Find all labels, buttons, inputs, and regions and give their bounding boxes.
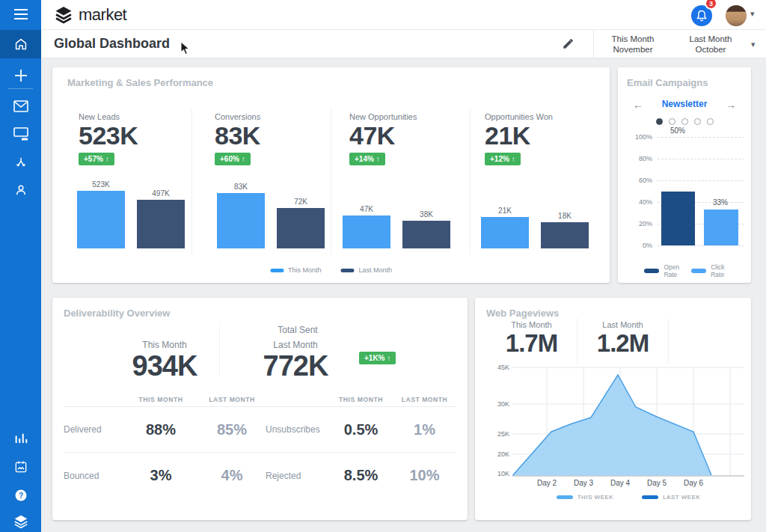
legend-last-week: LAST WEEK	[642, 494, 700, 501]
delta-badge: +57% ↑	[79, 153, 114, 165]
edit-dashboard-button[interactable]	[562, 37, 577, 52]
period-chevron-down-icon[interactable]: ▾	[751, 40, 756, 49]
home-icon	[13, 36, 29, 52]
app-logo: market	[53, 4, 126, 25]
kpi-conversions: Conversions 83K +60% ↑	[215, 112, 260, 165]
sent-last-month: Last Month 772K	[236, 340, 355, 382]
up-arrow-icon: ↑	[242, 155, 245, 163]
divider	[331, 108, 331, 254]
period-this-month[interactable]: This Month November	[594, 30, 672, 58]
split-test-icon	[13, 156, 28, 171]
email-bar-chart: 100% 80% 60% 40% 20% 0% 50% 33%	[624, 133, 745, 245]
period-last-month[interactable]: Last Month October	[672, 30, 750, 58]
sidebar-divider	[8, 88, 33, 89]
legend-last-month: Last Month	[341, 266, 393, 274]
legend-swatch	[270, 269, 284, 272]
legend-swatch	[557, 495, 573, 499]
kpi-opportunities-won: Opportunities Won 21K +12% ↑	[485, 112, 553, 165]
x-axis-labels: Day 2 Day 3 Day 4 Day 5 Day 6	[512, 479, 744, 488]
carousel-dot[interactable]	[707, 118, 714, 125]
up-arrow-icon: ↑	[512, 155, 515, 163]
card-email-campaigns: Email Campaigns ← Newsletter → 100% 80% …	[618, 67, 751, 283]
page-header: Global Dashboard This Month November Las…	[41, 30, 766, 58]
carousel-dot[interactable]	[694, 118, 701, 125]
legend-open-rate: OpenRate	[644, 263, 679, 278]
menu-icon[interactable]	[0, 0, 41, 28]
sidebar-item-home[interactable]	[0, 30, 41, 58]
legend-this-month: This Month	[270, 266, 322, 274]
svg-text:?: ?	[18, 492, 22, 500]
total-sent-label: Total Sent	[219, 325, 376, 335]
delta-badge: +1K% ↑	[359, 352, 396, 364]
bar-group-new-leads: 523K 497K	[77, 180, 185, 248]
plus-icon	[13, 68, 28, 83]
legend-swatch	[644, 269, 659, 273]
table-row: Bounced 3% 4% Rejected 8.5% 10%	[64, 453, 456, 498]
campaign-carousel: ← Newsletter →	[618, 99, 751, 112]
person-icon	[13, 183, 28, 198]
sidebar-item-layers[interactable]	[0, 507, 41, 532]
table-row: Delivered 88% 85% Unsubscribes 0.5% 1%	[64, 407, 456, 453]
sidebar-item-analytics[interactable]	[0, 424, 41, 452]
bar-last-month	[277, 208, 325, 248]
bar-last-month	[541, 222, 589, 248]
kpi-new-opportunities: New Opportunities 47K +14% ↑	[349, 112, 417, 165]
pageviews-summary: This Month 1.7M Last Month 1.2M	[486, 319, 669, 364]
up-arrow-icon: ↑	[387, 354, 390, 362]
pageviews-this-month: This Month 1.7M	[486, 319, 577, 364]
this-week-area	[512, 375, 711, 476]
bar-this-month	[343, 215, 390, 248]
card-title: Deliverability Overview	[64, 308, 170, 319]
page-title: Global Dashboard	[54, 36, 170, 52]
avatar[interactable]	[726, 5, 747, 26]
carousel-dot[interactable]	[669, 118, 675, 125]
chart-legend: THIS WEEK LAST WEEK	[512, 494, 744, 501]
card-marketing-sales-performance: Marketing & Sales Performance New Leads …	[52, 67, 610, 283]
sidebar-item-ab-test[interactable]	[0, 149, 41, 177]
card-title: Web Pageviews	[486, 308, 559, 319]
monitor-icon	[13, 127, 28, 141]
carousel-dot[interactable]	[656, 118, 663, 125]
bar-chart-icon	[13, 431, 28, 444]
bar-this-month	[77, 191, 125, 248]
bar-last-month	[137, 200, 185, 248]
divider	[192, 108, 192, 254]
carousel-next-icon[interactable]: →	[726, 99, 736, 111]
legend-swatch	[691, 269, 706, 273]
help-icon: ?	[13, 488, 28, 503]
pageviews-last-month: Last Month 1.2M	[577, 319, 669, 364]
card-title: Email Campaigns	[627, 77, 708, 88]
pencil-icon	[562, 37, 575, 50]
delta-badge: +12% ↑	[485, 153, 521, 165]
sidebar-item-add[interactable]	[0, 61, 41, 90]
bar-last-month	[402, 221, 450, 248]
card-deliverability-overview: Deliverability Overview Total Sent This …	[52, 298, 468, 520]
card-web-pageviews: Web Pageviews This Month 1.7M Last Month…	[475, 298, 751, 520]
mouse-cursor	[180, 41, 190, 58]
legend-click-rate: ClickRate	[691, 263, 724, 278]
deliverability-table: THIS MONTH LAST MONTH THIS MONTH LAST MO…	[64, 392, 456, 498]
click-rate-value: 33%	[703, 198, 738, 207]
sent-this-month: This Month 934K	[108, 340, 221, 382]
delta-badge: +14% ↑	[349, 153, 385, 165]
legend-this-week: THIS WEEK	[557, 494, 614, 501]
sidebar-item-help[interactable]: ?	[0, 481, 41, 510]
chart-legend: OpenRate ClickRate	[618, 263, 751, 278]
delta-badge: +60% ↑	[215, 153, 251, 165]
layers-icon	[13, 513, 29, 530]
divider	[470, 108, 471, 254]
topbar: market 3 ▾	[41, 0, 766, 30]
open-rate-bar	[661, 192, 695, 245]
sidebar-item-calendar[interactable]	[0, 453, 41, 481]
pageviews-area-chart	[512, 367, 744, 477]
period-selector: This Month November Last Month October ▾	[593, 30, 766, 58]
sidebar-item-landing-pages[interactable]	[0, 120, 41, 148]
sidebar-item-mail[interactable]	[0, 92, 41, 120]
legend-swatch	[642, 495, 658, 499]
calendar-icon	[13, 459, 28, 474]
bar-group-conversions: 83K 72K	[217, 183, 325, 248]
carousel-dot[interactable]	[681, 118, 688, 125]
account-chevron-down-icon[interactable]: ▾	[750, 9, 755, 19]
sidebar-item-contacts[interactable]	[0, 176, 41, 204]
table-header-row: THIS MONTH LAST MONTH THIS MONTH LAST MO…	[64, 392, 456, 407]
